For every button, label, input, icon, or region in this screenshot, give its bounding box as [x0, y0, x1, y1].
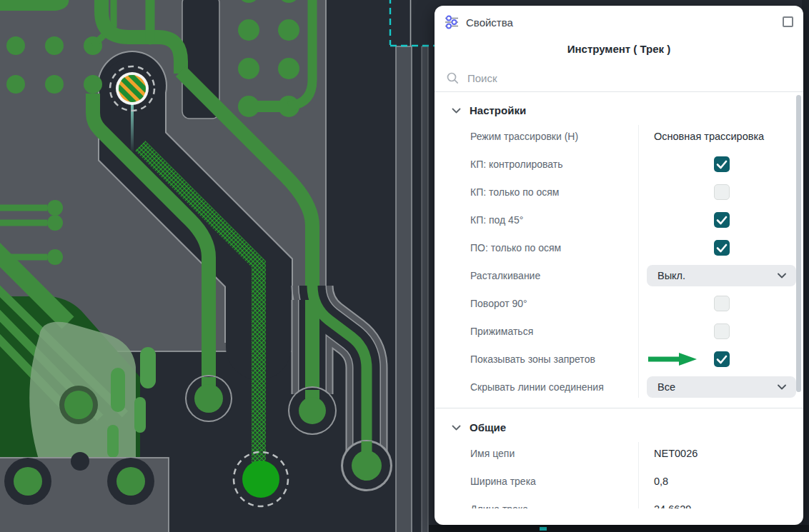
property-label: КП: контролировать [470, 159, 563, 170]
property-row: РасталкиваниеВыкл. [435, 261, 803, 289]
property-value [647, 289, 796, 317]
property-value [647, 150, 796, 178]
property-label: Ширина трека [470, 476, 536, 487]
vertical-copper-strip [396, 0, 428, 532]
dropdown[interactable]: Все [647, 376, 796, 398]
property-value [647, 345, 796, 373]
panel-title: Свойства [466, 16, 513, 29]
section-label: Общие [470, 421, 506, 433]
section-rows: Имя цепиNET0026Ширина трека0,8Длина трек… [435, 439, 803, 508]
checkbox-checked[interactable] [714, 351, 730, 367]
checkbox-unchecked[interactable] [714, 323, 730, 339]
property-label: Режим трассировки (Н) [470, 131, 578, 142]
property-value: 0,8 [647, 467, 796, 495]
chevron-down-icon [778, 384, 786, 390]
checkbox-checked[interactable] [714, 212, 730, 228]
property-row: Скрывать линии соединенияВсе [435, 373, 803, 401]
property-value [647, 206, 796, 234]
search-divider [435, 91, 803, 92]
checkbox-unchecked[interactable] [714, 184, 730, 200]
checkbox-checked[interactable] [714, 240, 730, 256]
property-value: NET0026 [647, 439, 796, 467]
property-value: Основная трассировка [647, 122, 796, 150]
checkbox-unchecked[interactable] [714, 296, 730, 311]
property-label: Поворот 90° [470, 298, 527, 309]
bottom-pour-band [0, 452, 169, 532]
section-header-1[interactable]: Общие [435, 416, 803, 439]
section-header-0[interactable]: Настройки [435, 99, 803, 122]
property-label: Скрывать линии соединения [470, 381, 604, 393]
property-value: Все [647, 373, 796, 401]
panel-sections: НастройкиРежим трассировки (Н)Основная т… [435, 99, 803, 508]
dropdown-value: Выкл. [657, 270, 778, 281]
property-label: КП: только по осям [470, 186, 559, 198]
section-divider [435, 408, 803, 408]
property-value: 24,6629 [647, 495, 796, 508]
property-label: Прижиматься [470, 326, 533, 337]
property-row: Режим трассировки (Н)Основная трассировк… [435, 122, 803, 150]
property-row: ПО: только по осям [435, 234, 803, 261]
property-label: Длина трека [470, 503, 528, 509]
outline-tick-below-panel [540, 527, 547, 531]
value-text: Основная трассировка [647, 131, 764, 142]
chevron-down-icon [452, 425, 461, 431]
property-row: Длина трека24,6629 [435, 495, 803, 508]
property-label: Имя цепи [470, 448, 515, 459]
bottom-edge-strip [429, 525, 809, 532]
property-label: Расталкивание [470, 270, 540, 281]
property-label: Показывать зоны запретов [470, 353, 595, 365]
property-row: Поворот 90° [435, 289, 803, 317]
value-text: 0,8 [647, 476, 668, 487]
chevron-down-icon [452, 108, 461, 114]
dropdown[interactable]: Выкл. [647, 265, 796, 286]
property-row: КП: контролировать [435, 150, 803, 178]
value-text: 24,6629 [647, 503, 691, 509]
property-value [647, 234, 796, 261]
panel-header: Свойства [445, 15, 513, 29]
dropdown-value: Все [657, 381, 778, 393]
value-text: NET0026 [647, 448, 698, 459]
app-stage: Свойства Инструмент ( Трек ) НастройкиРе… [0, 0, 809, 532]
property-row: Имя цепиNET0026 [435, 439, 803, 467]
section-rows: Режим трассировки (Н)Основная трассировк… [435, 122, 803, 401]
panel-scrollbar[interactable] [796, 95, 801, 392]
sliders-icon [445, 15, 459, 29]
chevron-down-icon [778, 273, 786, 278]
property-value: Выкл. [647, 261, 796, 289]
search-icon [446, 71, 459, 84]
property-label: КП: под 45° [470, 214, 523, 226]
property-label: ПО: только по осям [470, 242, 561, 254]
property-value [647, 178, 796, 206]
tool-title: Инструмент ( Трек ) [435, 43, 803, 55]
property-row: КП: только по осям [435, 178, 803, 206]
section-label: Настройки [470, 104, 526, 116]
checkbox-checked[interactable] [714, 156, 730, 172]
properties-panel: Свойства Инструмент ( Трек ) НастройкиРе… [435, 6, 803, 525]
float-window-button[interactable] [783, 16, 793, 27]
property-row: Прижиматься [435, 317, 803, 345]
property-row: Показывать зоны запретов [435, 345, 803, 373]
search-bar [446, 69, 792, 87]
property-row: КП: под 45° [435, 206, 803, 234]
search-input[interactable] [466, 71, 792, 85]
annotation-arrow-icon [647, 351, 700, 367]
property-row: Ширина трека0,8 [435, 467, 803, 495]
property-value [647, 317, 796, 345]
